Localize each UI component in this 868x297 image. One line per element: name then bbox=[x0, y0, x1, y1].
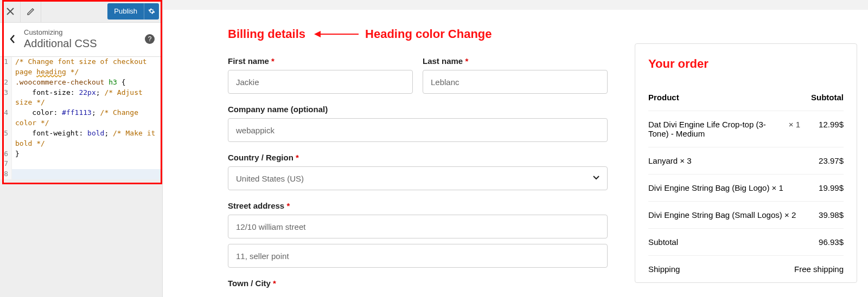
town-label: Town / City * bbox=[228, 279, 608, 288]
publish-button[interactable]: Publish bbox=[107, 3, 144, 20]
first-name-label: First name * bbox=[228, 56, 413, 66]
subtotal-value: 96.93$ bbox=[806, 237, 844, 247]
edit-icon[interactable] bbox=[21, 0, 41, 23]
order-item: Dat Divi Engine Life Crop-top (3-Tone) -… bbox=[648, 111, 844, 147]
css-code-editor[interactable]: 1/* Change font size of checkout page he… bbox=[0, 57, 162, 179]
order-col-product: Product bbox=[648, 93, 806, 102]
billing-heading: Billing details bbox=[228, 27, 305, 41]
country-label: Country / Region * bbox=[228, 153, 608, 162]
billing-form: Billing details Heading color Change Fir… bbox=[174, 27, 629, 297]
customizing-label: Customizing bbox=[24, 28, 145, 36]
shipping-value: Free shipping bbox=[794, 264, 844, 274]
annotation-text: Heading color Change bbox=[365, 27, 492, 41]
last-name-label: Last name * bbox=[423, 56, 608, 66]
order-item: Lanyard × 323.97$ bbox=[648, 147, 844, 175]
order-item: Divi Engine String Bag (Small Logos) × 2… bbox=[648, 202, 844, 229]
country-select[interactable] bbox=[228, 166, 608, 190]
last-name-field[interactable] bbox=[423, 70, 608, 94]
street1-field[interactable] bbox=[228, 215, 608, 238]
help-icon[interactable]: ? bbox=[145, 34, 155, 44]
subtotal-label: Subtotal bbox=[648, 237, 806, 247]
order-item: Divi Engine String Bag (Big Logo) × 119.… bbox=[648, 175, 844, 202]
panel-title: Additional CSS bbox=[24, 37, 145, 50]
order-col-subtotal: Subtotal bbox=[806, 93, 844, 102]
company-field[interactable] bbox=[228, 118, 608, 142]
sidebar-toolbar: Publish bbox=[0, 0, 162, 23]
annotation-arrow: Heading color Change bbox=[315, 27, 492, 41]
sidebar-header: Customizing Additional CSS ? bbox=[0, 23, 162, 57]
close-icon[interactable] bbox=[0, 0, 21, 23]
customizer-sidebar: Publish Customizing Additional CSS ? 1/*… bbox=[0, 0, 163, 297]
first-name-field[interactable] bbox=[228, 70, 413, 94]
street-label: Street address * bbox=[228, 201, 608, 210]
company-label: Company name (optional) bbox=[228, 105, 608, 114]
order-summary: Your order Product Subtotal Dat Divi Eng… bbox=[629, 27, 868, 297]
publish-settings-icon[interactable] bbox=[144, 3, 159, 20]
shipping-label: Shipping bbox=[648, 264, 794, 274]
preview-pane: Billing details Heading color Change Fir… bbox=[163, 0, 868, 297]
street2-field[interactable] bbox=[228, 244, 608, 268]
order-heading: Your order bbox=[648, 57, 844, 71]
back-icon[interactable] bbox=[4, 28, 21, 50]
